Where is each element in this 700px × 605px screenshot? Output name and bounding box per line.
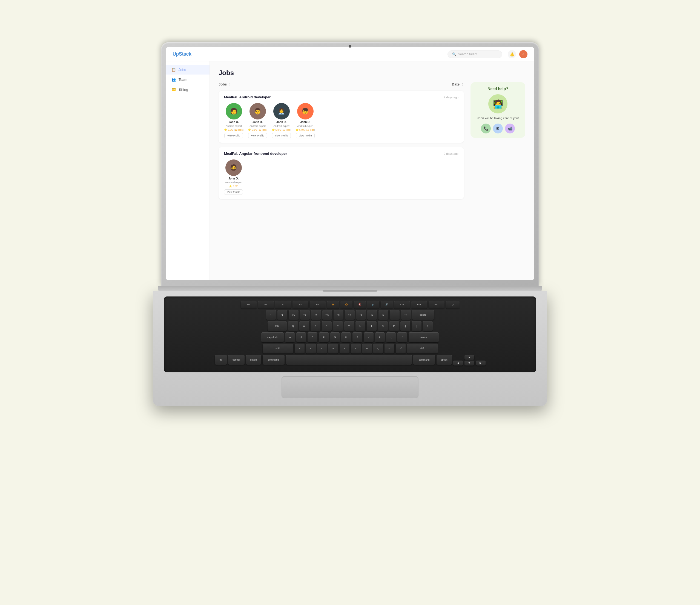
j-key[interactable]: J bbox=[352, 332, 362, 342]
g-key[interactable]: G bbox=[330, 332, 340, 342]
caps-lock-key[interactable]: caps lock bbox=[261, 332, 284, 342]
help-phone-btn[interactable]: 📞 bbox=[481, 124, 491, 134]
sidebar: 📋 Jobs 👥 Team 💳 Billing bbox=[166, 62, 210, 280]
arrow-left-key[interactable]: ◀ bbox=[453, 361, 463, 365]
backslash-key[interactable]: |\ bbox=[423, 321, 433, 331]
tab-key[interactable]: tab bbox=[268, 321, 287, 331]
1-key[interactable]: !1 bbox=[277, 310, 287, 320]
minus-key[interactable]: _- bbox=[390, 310, 400, 320]
esc-key[interactable]: esc bbox=[241, 301, 257, 309]
option-right-key[interactable]: option bbox=[436, 355, 452, 365]
option-left-key[interactable]: option bbox=[246, 355, 261, 365]
y-key[interactable]: Y bbox=[344, 321, 354, 331]
slash-key[interactable]: ?/ bbox=[396, 344, 406, 354]
touchpad[interactable] bbox=[281, 376, 419, 398]
9-key[interactable]: (9 bbox=[367, 310, 377, 320]
f7-key[interactable]: 🔇 bbox=[354, 301, 366, 309]
return-key[interactable]: return bbox=[408, 332, 439, 342]
f2-key[interactable]: F2 bbox=[275, 301, 291, 309]
n-key[interactable]: N bbox=[351, 344, 361, 354]
f1-key[interactable]: F1 bbox=[258, 301, 274, 309]
sidebar-item-jobs[interactable]: 📋 Jobs bbox=[166, 65, 209, 75]
m-key[interactable]: M bbox=[362, 344, 372, 354]
0-key[interactable]: )0 bbox=[378, 310, 388, 320]
comma-key[interactable]: <, bbox=[373, 344, 383, 354]
f6-key[interactable]: 🔆 bbox=[341, 301, 352, 309]
k-key[interactable]: K bbox=[364, 332, 374, 342]
2-key[interactable]: @2 bbox=[289, 310, 299, 320]
v-key[interactable]: V bbox=[328, 344, 338, 354]
rshift-key[interactable]: shift bbox=[407, 344, 438, 354]
f3-key[interactable]: F3 bbox=[293, 301, 308, 309]
rbracket-key[interactable]: }] bbox=[411, 321, 422, 331]
sidebar-item-team[interactable]: 👥 Team bbox=[166, 75, 209, 84]
f10-key[interactable]: F10 bbox=[394, 301, 410, 309]
power-key[interactable]: ⏻ bbox=[446, 301, 459, 309]
7-key[interactable]: &7 bbox=[345, 310, 355, 320]
view-profile-btn-5[interactable]: View Profile bbox=[224, 189, 243, 195]
view-profile-btn-4[interactable]: View Profile bbox=[296, 133, 315, 138]
f-key[interactable]: F bbox=[319, 332, 329, 342]
e-key[interactable]: E bbox=[310, 321, 320, 331]
search-bar[interactable]: 🔍 Search talent... bbox=[448, 50, 502, 58]
x-key[interactable]: X bbox=[306, 344, 316, 354]
main-content: Jobs Jobs ⋮ Date bbox=[210, 62, 534, 280]
f8-key[interactable]: 🔈 bbox=[367, 301, 379, 309]
f12-key[interactable]: F12 bbox=[429, 301, 445, 309]
5-key[interactable]: %5 bbox=[322, 310, 332, 320]
4-key[interactable]: $4 bbox=[311, 310, 321, 320]
arrow-lr-row: ◀ ▼ ▶ bbox=[453, 361, 485, 365]
l-key[interactable]: L bbox=[375, 332, 385, 342]
f5-key[interactable]: 🔆 bbox=[327, 301, 339, 309]
view-profile-btn-1[interactable]: View Profile bbox=[224, 133, 243, 138]
view-profile-btn-3[interactable]: View Profile bbox=[272, 133, 291, 138]
c-key[interactable]: C bbox=[317, 344, 327, 354]
f9-key[interactable]: 🔊 bbox=[381, 301, 393, 309]
6-key[interactable]: ^6 bbox=[333, 310, 344, 320]
candidate-name-4: John D. bbox=[300, 121, 310, 124]
a-key[interactable]: A bbox=[285, 332, 295, 342]
job-row-1: MealPal, Android developer 2 days ago 🧑 … bbox=[219, 91, 464, 143]
q-key[interactable]: Q bbox=[288, 321, 298, 331]
o-key[interactable]: O bbox=[378, 321, 388, 331]
z-key[interactable]: Z bbox=[295, 344, 304, 354]
lbracket-key[interactable]: {[ bbox=[400, 321, 410, 331]
equals-key[interactable]: += bbox=[401, 310, 411, 320]
h-key[interactable]: H bbox=[341, 332, 351, 342]
p-key[interactable]: P bbox=[389, 321, 399, 331]
i-key[interactable]: I bbox=[367, 321, 377, 331]
fn-key[interactable]: fn bbox=[215, 355, 227, 365]
arrow-down-key[interactable]: ▼ bbox=[465, 361, 474, 365]
arrow-up-key[interactable]: ▲ bbox=[465, 355, 474, 360]
help-video-btn[interactable]: 📹 bbox=[505, 124, 515, 134]
8-key[interactable]: *8 bbox=[356, 310, 366, 320]
candidate-card-3: 🧑‍💼 John D. Android expert ⭐ 5.0/5 (12 j… bbox=[272, 103, 291, 138]
w-key[interactable]: W bbox=[299, 321, 309, 331]
semicolon-key[interactable]: :; bbox=[386, 332, 396, 342]
t-key[interactable]: T bbox=[333, 321, 343, 331]
r-key[interactable]: R bbox=[322, 321, 332, 331]
f11-key[interactable]: F11 bbox=[411, 301, 427, 309]
s-key[interactable]: S bbox=[296, 332, 306, 342]
sidebar-item-billing[interactable]: 💳 Billing bbox=[166, 84, 209, 94]
space-key[interactable] bbox=[286, 355, 412, 365]
period-key[interactable]: >. bbox=[384, 344, 394, 354]
control-key[interactable]: control bbox=[228, 355, 245, 365]
f4-key[interactable]: F4 bbox=[310, 301, 326, 309]
command-left-key[interactable]: command bbox=[262, 355, 284, 365]
lshift-key[interactable]: shift bbox=[262, 344, 293, 354]
arrow-right-key[interactable]: ▶ bbox=[476, 361, 485, 365]
keyboard: esc F1 F2 F3 F4 🔆 🔆 🔇 🔈 🔊 F10 F11 F12 ⏻ … bbox=[164, 296, 536, 372]
3-key[interactable]: #3 bbox=[300, 310, 310, 320]
user-avatar[interactable]: J bbox=[519, 50, 527, 58]
d-key[interactable]: D bbox=[307, 332, 318, 342]
backtick-key[interactable]: ~` bbox=[266, 310, 276, 320]
b-key[interactable]: B bbox=[340, 344, 349, 354]
view-profile-btn-2[interactable]: View Profile bbox=[248, 133, 267, 138]
help-email-btn[interactable]: ✉ bbox=[493, 124, 503, 134]
bell-button[interactable]: 🔔 bbox=[508, 50, 516, 58]
u-key[interactable]: U bbox=[355, 321, 365, 331]
quote-key[interactable]: "' bbox=[397, 332, 407, 342]
delete-key[interactable]: delete bbox=[412, 310, 434, 320]
command-right-key[interactable]: command bbox=[413, 355, 435, 365]
